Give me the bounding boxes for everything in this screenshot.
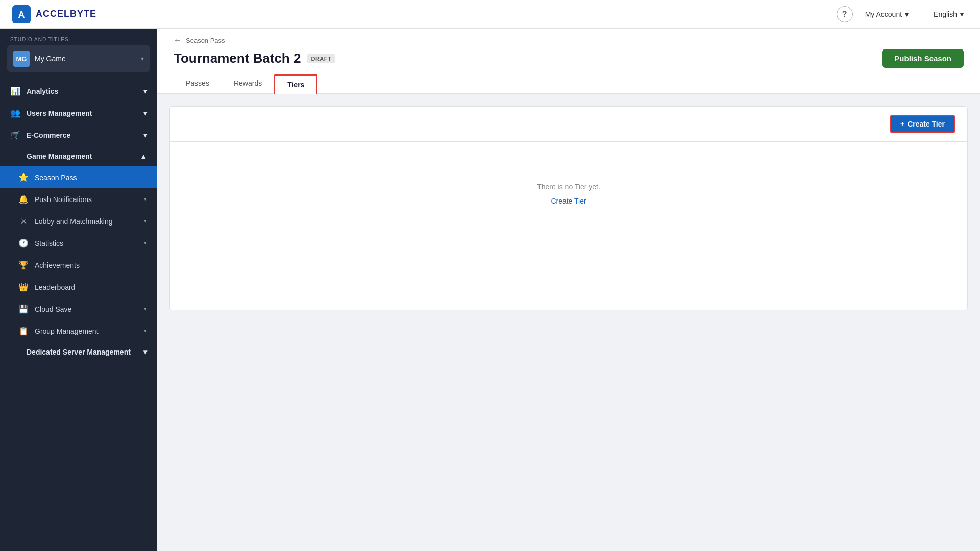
sidebar-item-label: E-Commerce (27, 131, 137, 139)
svg-text:A: A (18, 10, 25, 20)
tab-passes[interactable]: Passes (174, 74, 222, 93)
page-title: Tournament Batch 2 (174, 51, 301, 66)
lobby-matchmaking-chevron-icon: ▾ (144, 218, 147, 224)
empty-text: There is no Tier yet. (537, 183, 600, 191)
publish-season-button[interactable]: Publish Season (882, 49, 964, 68)
sidebar-item-label: Lobby and Matchmaking (35, 217, 138, 226)
push-notifications-icon: 🔔 (18, 194, 29, 204)
language-label: English (934, 10, 957, 18)
create-tier-plus-icon: + (900, 120, 904, 128)
analytics-icon: 📊 (10, 86, 20, 96)
dedicated-server-chevron-icon: ▾ (143, 348, 147, 356)
users-management-icon: 👥 (10, 108, 20, 118)
my-account-button[interactable]: My Account ▾ (861, 8, 913, 20)
sidebar: STUDIO AND TITLES MG My Game ▾ 📊 Analyti… (0, 29, 157, 551)
sidebar-item-ecommerce[interactable]: 🛒 E-Commerce ▾ (0, 124, 157, 146)
tab-passes-label: Passes (186, 79, 209, 87)
empty-state: There is no Tier yet. Create Tier (170, 142, 967, 246)
create-tier-button[interactable]: + Create Tier (890, 115, 955, 133)
group-management-chevron-icon: ▾ (144, 328, 147, 334)
game-name: My Game (35, 55, 136, 63)
logo-text: ACCELBYTE (36, 9, 96, 19)
main-card: + Create Tier There is no Tier yet. Crea… (169, 106, 968, 310)
help-button[interactable]: ? (837, 6, 853, 22)
tab-rewards[interactable]: Rewards (222, 74, 274, 93)
create-tier-label: Create Tier (908, 120, 945, 128)
achievements-icon: 🏆 (18, 260, 29, 270)
sidebar-item-cloud-save[interactable]: 💾 Cloud Save ▾ (0, 298, 157, 320)
page-title-row: Tournament Batch 2 DRAFT Publish Season (174, 49, 964, 68)
season-pass-icon: ⭐ (18, 172, 29, 182)
sidebar-item-label: Users Management (27, 109, 137, 117)
header-right: ? My Account ▾ English ▾ (837, 6, 968, 22)
sidebar-item-achievements[interactable]: 🏆 Achievements (0, 254, 157, 276)
sidebar-item-users-management[interactable]: 👥 Users Management ▾ (0, 102, 157, 124)
sidebar-item-label: Game Management (27, 152, 134, 160)
tab-tiers-label: Tiers (287, 81, 304, 89)
content-area: ← Season Pass Tournament Batch 2 DRAFT P… (157, 29, 980, 551)
account-label: My Account (865, 10, 902, 18)
sidebar-item-label: Group Management (35, 327, 138, 335)
sidebar-item-push-notifications[interactable]: 🔔 Push Notifications ▾ (0, 188, 157, 210)
top-header: A ACCELBYTE ? My Account ▾ English ▾ (0, 0, 980, 29)
lobby-matchmaking-icon: ⚔ (18, 216, 29, 226)
sidebar-item-group-management[interactable]: 📋 Group Management ▾ (0, 320, 157, 342)
game-selector-chevron-icon: ▾ (141, 55, 144, 62)
sidebar-item-label: Cloud Save (35, 305, 138, 313)
tab-rewards-label: Rewards (234, 79, 262, 87)
sidebar-item-label: Achievements (35, 261, 147, 269)
analytics-chevron-icon: ▾ (143, 87, 147, 95)
sidebar-item-leaderboard[interactable]: 👑 Leaderboard (0, 276, 157, 298)
card-toolbar: + Create Tier (170, 107, 967, 142)
game-avatar: MG (13, 51, 30, 67)
ecommerce-icon: 🛒 (10, 130, 20, 140)
sidebar-item-statistics[interactable]: 🕐 Statistics ▾ (0, 232, 157, 254)
breadcrumb: ← Season Pass (174, 36, 964, 45)
breadcrumb-arrow-icon: ← (174, 36, 182, 45)
sidebar-item-dedicated-server[interactable]: Dedicated Server Management ▾ (0, 342, 157, 362)
page-title-left: Tournament Batch 2 DRAFT (174, 51, 335, 66)
breadcrumb-label[interactable]: Season Pass (186, 37, 225, 44)
cloud-save-icon: 💾 (18, 304, 29, 314)
sidebar-item-label: Statistics (35, 239, 138, 247)
header-divider (921, 7, 921, 22)
main-layout: STUDIO AND TITLES MG My Game ▾ 📊 Analyti… (0, 29, 980, 551)
sidebar-item-lobby-matchmaking[interactable]: ⚔ Lobby and Matchmaking ▾ (0, 210, 157, 232)
tabs-row: Passes Rewards Tiers (174, 74, 964, 93)
sidebar-item-season-pass[interactable]: ⭐ Season Pass (0, 166, 157, 188)
draft-badge: DRAFT (307, 54, 335, 63)
leaderboard-icon: 👑 (18, 282, 29, 292)
account-chevron-icon: ▾ (905, 10, 909, 18)
sidebar-item-analytics[interactable]: 📊 Analytics ▾ (0, 80, 157, 102)
sidebar-item-label: Leaderboard (35, 283, 147, 291)
studio-label: STUDIO AND TITLES (0, 29, 157, 45)
sidebar-item-label: Push Notifications (35, 195, 138, 204)
accelbyte-logo-icon: A (12, 5, 31, 23)
game-management-chevron-icon: ▲ (140, 152, 147, 160)
sidebar-item-label: Analytics (27, 87, 137, 95)
empty-create-tier-link[interactable]: Create Tier (551, 197, 586, 205)
users-management-chevron-icon: ▾ (143, 109, 147, 117)
statistics-chevron-icon: ▾ (144, 240, 147, 246)
statistics-icon: 🕐 (18, 238, 29, 248)
ecommerce-chevron-icon: ▾ (143, 131, 147, 139)
push-notifications-chevron-icon: ▾ (144, 196, 147, 203)
language-chevron-icon: ▾ (960, 10, 964, 18)
game-selector[interactable]: MG My Game ▾ (7, 45, 150, 72)
tab-tiers[interactable]: Tiers (274, 74, 317, 94)
cloud-save-chevron-icon: ▾ (144, 306, 147, 312)
help-icon: ? (842, 10, 847, 19)
sidebar-item-label: Dedicated Server Management (27, 348, 137, 356)
sidebar-item-label: Season Pass (35, 173, 147, 182)
logo-area: A ACCELBYTE (12, 5, 837, 23)
sidebar-item-game-management[interactable]: Game Management ▲ (0, 146, 157, 166)
page-header: ← Season Pass Tournament Batch 2 DRAFT P… (157, 29, 980, 94)
group-management-icon: 📋 (18, 326, 29, 336)
language-button[interactable]: English ▾ (929, 8, 968, 20)
